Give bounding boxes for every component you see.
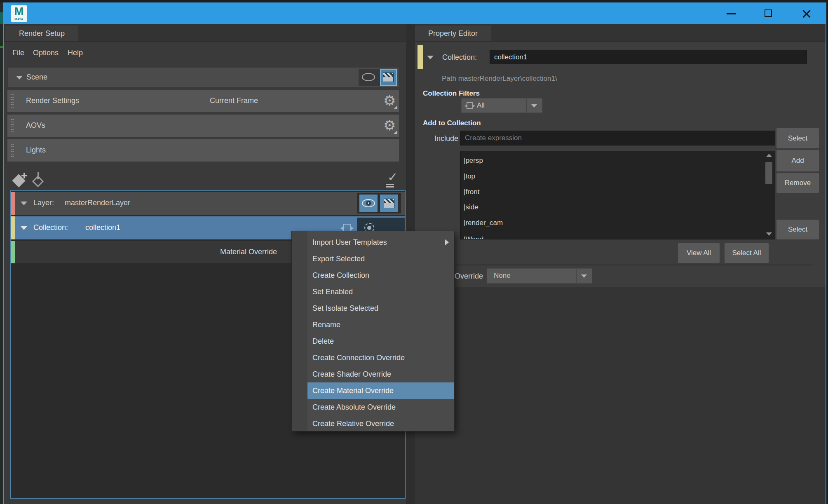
- pe-remove-button[interactable]: Remove: [776, 173, 819, 193]
- menu-item-create-relative-override[interactable]: Create Relative Override: [307, 415, 454, 432]
- maya-logo-letter: M: [11, 5, 27, 18]
- gear-corner-icon: [394, 105, 397, 109]
- drag-handle[interactable]: [10, 118, 14, 133]
- property-editor-empty-area: [415, 287, 826, 504]
- pe-select-expression-button[interactable]: Select: [776, 128, 819, 148]
- layer-expand-triangle-icon[interactable]: [21, 202, 27, 205]
- menu-file[interactable]: File: [12, 49, 24, 57]
- eye-icon: [362, 199, 375, 207]
- aovs-row[interactable]: AOVs ⚙: [7, 115, 399, 137]
- override-color-strip: [11, 241, 15, 263]
- menu-item-create-shader-override[interactable]: Create Shader Override: [307, 366, 454, 382]
- render-settings-label: Render Settings: [26, 96, 79, 105]
- scene-visibility-eye-icon[interactable]: [362, 73, 375, 81]
- menu-item-create-absolute-override[interactable]: Create Absolute Override: [307, 399, 454, 415]
- close-icon: [802, 9, 812, 19]
- pe-collection-name-input[interactable]: [490, 50, 807, 64]
- scene-renderable-button[interactable]: [380, 69, 397, 86]
- menu-item-create-material-override[interactable]: Create Material Override: [307, 382, 454, 399]
- pe-filter-dropdown[interactable]: All: [461, 98, 542, 113]
- material-override-label: Material Override: [220, 248, 277, 256]
- pe-include-expression-input[interactable]: [460, 131, 775, 145]
- pe-filter-value: All: [477, 101, 485, 110]
- render-settings-row[interactable]: Render Settings Current Frame ⚙: [7, 90, 399, 112]
- lights-label: Lights: [26, 146, 46, 155]
- pe-material-override-dropdown[interactable]: None: [487, 268, 592, 284]
- list-item[interactable]: |persp: [464, 153, 483, 169]
- drag-handle[interactable]: [10, 143, 14, 158]
- gear-corner-icon: [394, 130, 397, 134]
- scrollbar-thumb[interactable]: [765, 162, 772, 184]
- scene-clapperboard-icon: [383, 73, 394, 82]
- background-lock-icon: [0, 12, 3, 24]
- context-menu: Import User Templates Export Selected Cr…: [291, 231, 455, 431]
- menu-options[interactable]: Options: [33, 49, 59, 57]
- scroll-up-icon[interactable]: [766, 154, 772, 157]
- menu-item-create-collection[interactable]: Create Collection: [307, 267, 454, 284]
- maximize-button[interactable]: [761, 6, 776, 21]
- lights-row[interactable]: Lights: [7, 139, 399, 162]
- scene-icon-box: [359, 69, 397, 86]
- scene-label: Scene: [26, 73, 47, 82]
- pe-object-list[interactable]: |persp |top |front |side |render_cam |Wa…: [460, 151, 775, 239]
- pe-collection-filters-header: Collection Filters: [423, 89, 480, 98]
- layer-renderable-button[interactable]: [380, 195, 398, 212]
- list-item[interactable]: |top: [464, 169, 475, 184]
- pe-view-all-button[interactable]: View All: [678, 243, 720, 263]
- aovs-label: AOVs: [26, 121, 45, 130]
- collection-label: Collection:: [33, 223, 68, 232]
- pe-select-button[interactable]: Select: [776, 220, 819, 239]
- pe-collection-expand-triangle-icon[interactable]: [427, 56, 434, 59]
- drag-handle[interactable]: [10, 94, 14, 108]
- menu-item-set-isolate-selected[interactable]: Set Isolate Selected: [307, 300, 454, 316]
- maximize-icon: [765, 9, 772, 17]
- tab-render-setup[interactable]: Render Setup: [5, 26, 78, 41]
- tab-render-setup-label: Render Setup: [19, 29, 65, 38]
- list-item[interactable]: |Wand: [464, 232, 483, 239]
- list-scrollbar[interactable]: [764, 152, 774, 238]
- layer-visibility-button[interactable]: [359, 195, 378, 212]
- menu-item-delete[interactable]: Delete: [307, 333, 454, 349]
- pe-include-label: Include: [429, 134, 458, 143]
- menu-item-create-connection-override[interactable]: Create Connection Override: [307, 349, 454, 366]
- scroll-down-icon[interactable]: [766, 232, 772, 236]
- list-item[interactable]: |side: [464, 199, 479, 215]
- menu-help[interactable]: Help: [68, 49, 83, 57]
- maya-logo[interactable]: M MAYA: [11, 5, 27, 22]
- list-item[interactable]: |front: [464, 184, 479, 200]
- pe-section-divider: [415, 265, 812, 265]
- visibility-checklist-button[interactable]: ✓: [383, 171, 400, 188]
- pe-select-all-button[interactable]: Select All: [725, 243, 769, 263]
- layer-row[interactable]: Layer: masterRenderLayer: [11, 192, 405, 215]
- menu-item-rename[interactable]: Rename: [307, 316, 454, 333]
- list-item[interactable]: |render_cam: [464, 215, 503, 231]
- pe-path-text: Path masterRenderLayer\collection1\: [442, 75, 557, 83]
- background-accent-line: [0, 46, 3, 48]
- clapperboard-icon: [384, 199, 394, 208]
- tab-property-editor[interactable]: Property Editor: [415, 26, 491, 41]
- pe-add-to-collection-header: Add to Collection: [423, 119, 481, 127]
- layer-color-strip: [11, 192, 15, 215]
- create-render-layer-button[interactable]: [12, 172, 28, 188]
- collection-color-strip: [11, 216, 15, 239]
- window-titlebar[interactable]: [4, 2, 826, 24]
- background-right-strip: [826, 0, 828, 504]
- collection-expand-triangle-icon[interactable]: [21, 226, 27, 230]
- minimize-button[interactable]: [723, 6, 739, 21]
- layer-icon-box: [357, 193, 401, 213]
- chevron-down-icon: [531, 104, 537, 108]
- maya-logo-word: MAYA: [11, 18, 27, 21]
- scene-row[interactable]: Scene: [7, 67, 399, 87]
- menu-item-import-user-templates[interactable]: Import User Templates: [307, 234, 454, 251]
- import-render-settings-button[interactable]: [30, 172, 46, 188]
- layer-label: Layer:: [33, 199, 54, 207]
- pe-add-button[interactable]: Add: [776, 150, 819, 171]
- cube-filter-icon: [467, 102, 473, 109]
- layer-name: masterRenderLayer: [65, 199, 130, 207]
- collection-name: collection1: [85, 223, 120, 232]
- pe-collection-label: Collection:: [442, 53, 477, 62]
- scene-expand-triangle-icon[interactable]: [16, 76, 23, 80]
- menu-item-set-enabled[interactable]: Set Enabled: [307, 284, 454, 300]
- close-button[interactable]: [799, 6, 814, 21]
- menu-item-export-selected[interactable]: Export Selected: [307, 251, 454, 267]
